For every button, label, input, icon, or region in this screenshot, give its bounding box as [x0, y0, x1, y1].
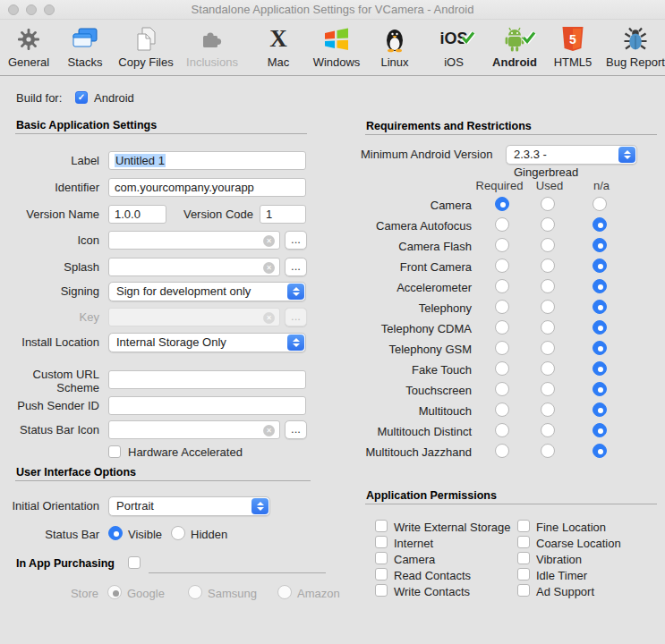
copy-files-icon: [108, 22, 183, 55]
settings-window: Standalone Application Settings for VCam…: [0, 0, 665, 644]
check-icon: [522, 21, 536, 53]
bug-icon: [598, 22, 665, 55]
permission-checkbox-idle-timer[interactable]: [517, 568, 530, 580]
settings-content: Build for: Android Basic Application Set…: [0, 76, 665, 644]
window-title: Standalone Application Settings for VCam…: [0, 3, 665, 16]
toolbar-label: Bug Report: [598, 55, 665, 69]
permission-label: Write External Storage: [394, 521, 511, 534]
toolbar-item-copy-files[interactable]: Copy Files: [108, 22, 183, 69]
permission-label: Internet: [394, 537, 433, 550]
permission-checkbox-coarse-location[interactable]: [517, 536, 530, 548]
permission-label: Camera: [394, 553, 435, 566]
permission-label: Write Contacts: [394, 585, 470, 598]
toolbar-label: Copy Files: [108, 55, 183, 69]
toolbar-item-inclusions[interactable]: Inclusions: [175, 22, 250, 69]
permission-checkbox-read-contacts[interactable]: [375, 568, 388, 580]
titlebar: Standalone Application Settings for VCam…: [0, 0, 665, 20]
permission-checkbox-internet[interactable]: [375, 536, 388, 548]
permission-label: Read Contacts: [394, 569, 471, 582]
permission-checkbox-write-external-storage[interactable]: [375, 520, 388, 532]
toolbar-label: Inclusions: [175, 55, 250, 69]
permission-label: Idle Timer: [536, 569, 587, 582]
toolbar: General Stacks Copy Files: [0, 20, 665, 76]
permission-label: Vibration: [536, 553, 582, 566]
puzzle-icon: [175, 22, 250, 55]
permissions-grid: Write External StorageInternetCameraRead…: [0, 76, 665, 644]
permission-label: Coarse Location: [536, 537, 621, 550]
permission-checkbox-write-contacts[interactable]: [375, 584, 388, 597]
permission-checkbox-vibration[interactable]: [517, 552, 530, 564]
permission-label: Fine Location: [536, 521, 606, 534]
check-icon: [461, 21, 475, 53]
permission-checkbox-ad-support[interactable]: [517, 584, 530, 597]
svg-text:5: 5: [569, 31, 576, 46]
toolbar-item-bug-report[interactable]: Bug Report: [598, 22, 665, 69]
permission-checkbox-camera[interactable]: [375, 552, 388, 564]
permission-checkbox-fine-location[interactable]: [517, 520, 530, 532]
permission-label: Ad Support: [536, 585, 594, 598]
